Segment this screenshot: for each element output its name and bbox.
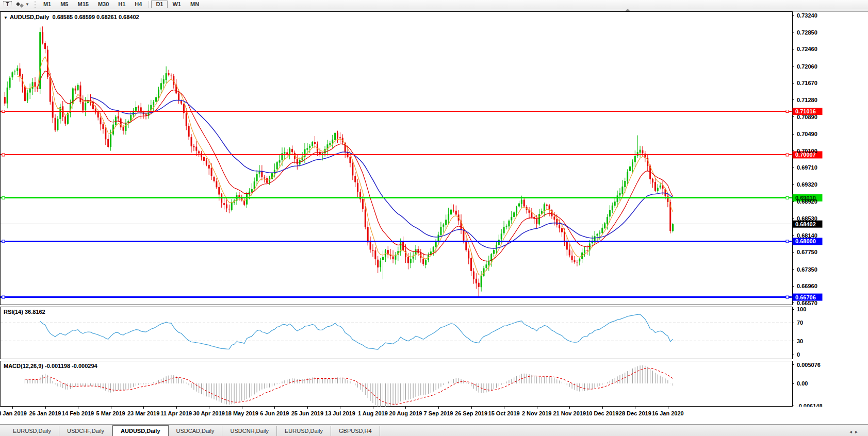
time-axis[interactable]: 8 Jan 201926 Jan 201914 Feb 20195 Mar 20… (0, 407, 868, 424)
timeframe-button-H4[interactable]: H4 (130, 1, 146, 8)
date-tick (176, 407, 177, 409)
price-axis-label: 0.70490 (797, 131, 817, 137)
tab-EURUSD-Daily[interactable]: EURUSD,Daily (5, 426, 59, 436)
tab-scroll-right-icon[interactable]: ▸ (855, 429, 861, 434)
price-axis-label: 0.71670 (797, 80, 817, 86)
date-tick (12, 407, 13, 409)
toolbar-separator (149, 1, 149, 8)
tab-USDCAD-Daily[interactable]: USDCAD,Daily (169, 426, 223, 436)
rsi-axis-label: 70 (797, 320, 803, 326)
macd-axis-label: -0.006148 (797, 403, 823, 407)
macd-axis-label: 0.005076 (797, 362, 821, 368)
date-axis-label: 20 Aug 2019 (389, 410, 422, 416)
price-axis-label: 0.67750 (797, 249, 817, 255)
date-tick (373, 407, 373, 409)
date-tick (537, 407, 537, 409)
price-chart-canvas[interactable]: 0.710160.700070.690100.680000.667060.732… (0, 11, 868, 305)
date-axis-label: 13 Jul 2019 (325, 410, 355, 416)
hline-price-label: 0.68000 (795, 238, 816, 244)
text-tool-button[interactable]: T (3, 1, 12, 8)
date-axis-label: 10 Dec 2019 (586, 410, 618, 416)
tab-USDCNH-Daily[interactable]: USDCNH,Daily (222, 426, 277, 436)
date-tick (143, 407, 144, 409)
date-tick (340, 407, 340, 409)
price-axis-label: 0.72460 (797, 46, 817, 52)
date-tick (274, 407, 275, 409)
date-tick (242, 407, 242, 409)
macd-axis-label: 0.00 (797, 380, 808, 387)
rsi-panel-canvas[interactable]: 10070300 (0, 307, 868, 359)
timeframe-button-W1[interactable]: W1 (168, 1, 186, 8)
date-axis-label: 18 May 2019 (225, 410, 258, 416)
timeframe-button-H1[interactable]: H1 (113, 1, 130, 8)
price-axis-label: 0.72850 (797, 29, 817, 36)
date-axis-label: 8 Jan 2019 (0, 410, 27, 416)
tab-USDCHF-Daily[interactable]: USDCHF,Daily (59, 426, 112, 436)
toolbar: T ▼ M1M5M15M30H1H4D1W1MN (0, 0, 868, 9)
date-tick (471, 407, 472, 409)
diamond-arrows-icon (16, 1, 24, 8)
dropdown-arrow-icon[interactable]: ▼ (4, 15, 8, 20)
price-axis-label: 0.66570 (797, 300, 817, 305)
price-axis-label: 0.73240 (797, 12, 817, 19)
macd-indicator-label: MACD(12,26,9) -0.001198 -0.000294 (4, 363, 97, 369)
price-axis-label: 0.68920 (797, 198, 817, 205)
date-axis-label: 23 Mar 2019 (127, 410, 159, 416)
macd-main-value: -0.001198 (45, 363, 70, 369)
current-price-tag: 0.68402 (795, 221, 816, 227)
date-axis-label: 16 Jan 2020 (652, 410, 684, 416)
chart-tabs: EURUSD,DailyUSDCHF,DailyAUDUSD,DailyUSDC… (0, 426, 380, 436)
price-axis-label: 0.70100 (797, 148, 817, 154)
date-tick (45, 407, 46, 409)
rsi-axis-label: 0 (797, 351, 800, 358)
date-axis-label: 2 Nov 2019 (522, 410, 551, 416)
price-axis-label: 0.68140 (797, 232, 817, 239)
date-axis-label: 15 Oct 2019 (488, 410, 520, 416)
tab-scroll-arrows: ◂▸ (849, 429, 861, 434)
chart-ohlc-header: ▼AUDUSD,Daily 0.68585 0.68599 0.68261 0.… (4, 14, 139, 20)
date-tick (405, 407, 406, 409)
tab-scroll-left-icon[interactable]: ◂ (849, 429, 855, 434)
date-axis-label: 30 Apr 2019 (193, 410, 225, 416)
date-tick (307, 407, 308, 409)
date-axis-label: 6 Jun 2019 (260, 410, 289, 416)
timeframe-button-M5[interactable]: M5 (56, 1, 73, 8)
date-axis-label: 28 Dec 2019 (619, 410, 651, 416)
price-axis-label: 0.72060 (797, 63, 817, 70)
macd-panel-canvas[interactable]: 0.0050760.00-0.006148 (0, 361, 868, 407)
hline-price-label: 0.66706 (795, 294, 816, 300)
timeframe-button-M1[interactable]: M1 (39, 1, 56, 8)
price-axis-label: 0.67350 (797, 266, 817, 273)
date-axis-label: 11 Apr 2019 (160, 410, 192, 416)
date-axis-label: 25 Jun 2019 (291, 410, 323, 416)
tab-AUDUSD-Daily[interactable]: AUDUSD,Daily (112, 425, 168, 436)
tab-EURUSD-Daily[interactable]: EURUSD,Daily (277, 426, 331, 436)
timeframe-button-M30[interactable]: M30 (93, 1, 113, 8)
price-axis-label: 0.70890 (797, 114, 817, 120)
timeframe-button-M15[interactable]: M15 (73, 1, 93, 8)
date-tick (504, 407, 504, 409)
price-axis-label: 0.66960 (797, 283, 817, 289)
price-axis-label: 0.71280 (797, 97, 817, 103)
toolbar-grip[interactable] (35, 1, 36, 8)
price-axis-label: 0.69710 (797, 164, 817, 171)
dropdown-caret-icon: ▼ (25, 2, 29, 7)
date-axis-label: 7 Sep 2019 (424, 410, 453, 416)
price-axis-label: 0.69320 (797, 181, 817, 188)
date-tick (78, 407, 78, 409)
timeframe-button-MN[interactable]: MN (186, 1, 204, 8)
timeframe-button-D1[interactable]: D1 (151, 1, 168, 8)
rsi-axis-label: 30 (797, 338, 803, 344)
date-tick (438, 407, 439, 409)
timeframe-toolbar: M1M5M15M30H1H4D1W1MN (39, 0, 204, 9)
trading-terminal-window: T ▼ M1M5M15M30H1H4D1W1MN 0.710160.700070… (0, 0, 868, 436)
rsi-value: 36.8162 (25, 309, 45, 315)
chart-symbol: AUDUSD,Daily (10, 14, 49, 20)
rsi-axis-label: 100 (797, 307, 806, 312)
chart-ohlc-values: 0.68585 0.68599 0.68261 0.68402 (52, 14, 139, 20)
tab-GBPUSD-H4[interactable]: GBPUSD,H4 (331, 426, 380, 436)
date-tick (602, 407, 603, 409)
date-axis-label: 14 Feb 2019 (62, 410, 94, 416)
indicator-style-button[interactable]: ▼ (16, 1, 29, 8)
date-tick (569, 407, 570, 409)
